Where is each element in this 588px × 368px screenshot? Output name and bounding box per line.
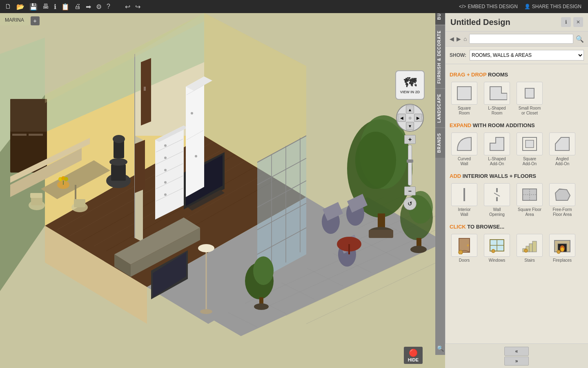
svg-rect-80 bbox=[144, 87, 146, 91]
doors-item[interactable]: Doors bbox=[450, 232, 479, 265]
doors-icon bbox=[451, 234, 477, 257]
panel-collapse-button[interactable]: « bbox=[504, 347, 529, 356]
zoom-out-button[interactable]: – bbox=[404, 186, 416, 195]
browse-grid: Doors Windows bbox=[450, 232, 584, 265]
open-icon[interactable]: 📂 bbox=[15, 2, 26, 11]
freeform-floor-icon bbox=[549, 183, 575, 206]
tab-marina[interactable]: MARINA bbox=[0, 15, 29, 25]
zoom-slider[interactable] bbox=[408, 145, 412, 186]
svg-point-139 bbox=[467, 245, 469, 247]
interior-highlight: ADD bbox=[450, 173, 461, 179]
angled-addon-item[interactable]: AngledAdd-On bbox=[548, 131, 577, 168]
angled-addon-icon bbox=[549, 132, 575, 155]
share-link[interactable]: 👤 SHARE THIS DESIGN bbox=[524, 4, 581, 9]
fireplaces-icon bbox=[549, 234, 575, 257]
svg-rect-128 bbox=[526, 140, 534, 148]
svg-point-64 bbox=[164, 157, 167, 159]
home-button[interactable]: ⌂ bbox=[463, 36, 467, 42]
help-icon[interactable]: ? bbox=[105, 2, 112, 11]
wall-opening-label: WallOpening bbox=[489, 207, 505, 217]
svg-rect-125 bbox=[525, 88, 534, 98]
square-room-icon bbox=[451, 82, 477, 105]
topbar-right: </> EMBED THIS DESIGN 👤 SHARE THIS DESIG… bbox=[459, 4, 588, 9]
svg-rect-37 bbox=[29, 134, 43, 136]
svg-point-140 bbox=[459, 250, 463, 254]
pages-icon[interactable]: 📋 bbox=[60, 2, 71, 11]
back-button[interactable]: ◀ bbox=[450, 36, 454, 42]
close-panel-button[interactable]: ✕ bbox=[573, 17, 583, 27]
info-icon[interactable]: ℹ bbox=[52, 2, 58, 11]
new-icon[interactable]: 🗋 bbox=[3, 2, 13, 11]
info-panel-button[interactable]: ℹ bbox=[561, 17, 571, 27]
svg-rect-147 bbox=[529, 244, 532, 252]
panel-bottom: « » bbox=[445, 343, 588, 368]
svg-rect-52 bbox=[74, 199, 85, 207]
fireplaces-item[interactable]: Fireplaces bbox=[548, 232, 577, 265]
compass-ring: ▲ ▼ ◀ ▶ ⊕ bbox=[396, 104, 424, 132]
windows-item[interactable]: Windows bbox=[482, 232, 512, 265]
svg-point-73 bbox=[195, 155, 197, 157]
l-shaped-addon-item[interactable]: L-ShapedAdd-On bbox=[482, 131, 512, 168]
svg-marker-129 bbox=[555, 137, 569, 150]
curved-wall-item[interactable]: CurvedWall bbox=[450, 131, 479, 168]
search-input[interactable] bbox=[469, 34, 573, 44]
square-room-item[interactable]: SquareRoom bbox=[450, 80, 479, 117]
l-shaped-room-item[interactable]: L-ShapedRoom bbox=[482, 80, 512, 117]
interior-wall-label: InteriorWall bbox=[458, 207, 470, 217]
view-2d-button[interactable]: 🗺 VIEW IN 2D bbox=[395, 70, 425, 100]
doors-label: Doors bbox=[459, 258, 470, 263]
svg-rect-76 bbox=[109, 158, 127, 166]
rotate-down-button[interactable]: ▼ bbox=[406, 122, 414, 130]
freeform-floor-label: Free-FormFloor Area bbox=[552, 207, 572, 217]
print2-icon[interactable]: 🖨 bbox=[73, 2, 82, 11]
compass-center: ⊕ bbox=[408, 116, 412, 120]
show-dropdown[interactable]: ROOMS, WALLS & AREASFURNITURELANDSCAPEEV… bbox=[470, 50, 584, 61]
search-row: ◀ ▶ ⌂ 🔍 bbox=[445, 31, 588, 47]
browse-rest: TO BROWSE... bbox=[467, 224, 504, 230]
tab-brands[interactable]: BRANDS bbox=[435, 128, 445, 158]
forward-button[interactable]: ▶ bbox=[457, 36, 461, 42]
section-browse: CLICK TO BROWSE... bbox=[450, 224, 584, 230]
small-room-label: Small Roomor Closet bbox=[519, 106, 541, 116]
section-expand: EXPAND WITH ROOM ADDITIONS bbox=[450, 122, 584, 128]
settings-icon[interactable]: ⚙ bbox=[94, 2, 103, 11]
panel-title: Untitled Design bbox=[450, 18, 510, 27]
freeform-floor-item[interactable]: Free-FormFloor Area bbox=[548, 182, 577, 219]
stairs-label: Stairs bbox=[524, 258, 535, 263]
square-floor-item[interactable]: Square FloorArea bbox=[515, 182, 544, 219]
interior-wall-item[interactable]: InteriorWall bbox=[450, 182, 479, 219]
tab-add-button[interactable]: + bbox=[31, 16, 40, 25]
search-go-button[interactable]: 🔍 bbox=[576, 35, 584, 43]
export-icon[interactable]: ➡ bbox=[84, 2, 93, 11]
show-label: SHOW: bbox=[450, 52, 466, 58]
small-room-item[interactable]: Small Roomor Closet bbox=[515, 80, 544, 117]
save-icon[interactable]: 💾 bbox=[28, 2, 39, 11]
print-icon[interactable]: 🖶 bbox=[41, 2, 51, 11]
undo-icon[interactable]: ↩ bbox=[123, 2, 132, 11]
compass-control: ▲ ▼ ◀ ▶ ⊕ bbox=[395, 103, 425, 132]
rotate-up-button[interactable]: ▲ bbox=[406, 105, 414, 114]
tab-furnish[interactable]: FURNISH & DECORATE bbox=[435, 25, 445, 89]
hide-button[interactable]: 🔴 HIDE bbox=[404, 347, 423, 364]
svg-marker-137 bbox=[555, 189, 570, 200]
show-row: SHOW: ROOMS, WALLS & AREASFURNITURELANDS… bbox=[445, 47, 588, 64]
rotate-right-button[interactable]: ▶ bbox=[414, 114, 422, 122]
reset-view-button[interactable]: ↺ bbox=[403, 197, 416, 210]
panel-content: DRAG + DROP ROOMS SquareRoom L-ShapedRoo bbox=[445, 64, 588, 368]
search-side-icon[interactable]: 🔍 bbox=[435, 342, 445, 355]
square-addon-item[interactable]: SquareAdd-On bbox=[515, 131, 544, 168]
canvas-area[interactable]: 🗺 VIEW IN 2D ▲ ▼ ◀ ▶ ⊕ + – ↺ 🔴 bbox=[0, 13, 445, 368]
zoom-in-button[interactable]: + bbox=[404, 135, 416, 144]
stairs-item[interactable]: Stairs bbox=[515, 232, 544, 265]
tab-landscape[interactable]: LANDSCAPE bbox=[435, 88, 445, 128]
expand-highlight: EXPAND bbox=[450, 122, 471, 128]
redo-icon[interactable]: ↪ bbox=[134, 2, 142, 11]
zoom-control: + – bbox=[395, 135, 425, 195]
l-shaped-addon-label: L-ShapedAdd-On bbox=[488, 157, 506, 166]
embed-link[interactable]: </> EMBED THIS DESIGN bbox=[459, 4, 518, 9]
zoom-thumb bbox=[407, 159, 413, 163]
wall-opening-item[interactable]: WallOpening bbox=[482, 182, 512, 219]
panel-expand-button[interactable]: » bbox=[504, 357, 529, 366]
drag-drop-highlight: DRAG + DROP bbox=[450, 72, 486, 78]
rotate-left-button[interactable]: ◀ bbox=[398, 114, 406, 122]
